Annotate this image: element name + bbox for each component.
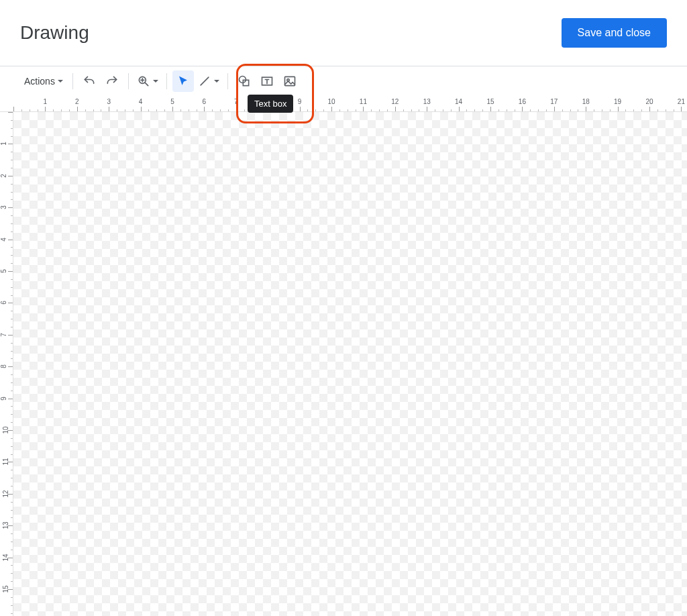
shape-icon [237, 74, 251, 88]
ruler-h-label: 5 [170, 98, 174, 105]
ruler-v-label: 6 [0, 301, 7, 305]
ruler-vertical[interactable]: 123456789101112131415 [0, 112, 13, 616]
svg-rect-8 [284, 76, 295, 85]
ruler-h-label: 3 [107, 98, 111, 105]
ruler-h-label: 20 [645, 98, 653, 105]
ruler-h-label: 12 [391, 98, 399, 105]
toolbar-separator [166, 73, 167, 89]
ruler-h-label: 1 [44, 98, 48, 105]
shape-tool-button[interactable] [233, 70, 255, 92]
actions-menu-label: Actions [24, 76, 55, 87]
ruler-h-label: 6 [203, 98, 207, 105]
toolbar: Actions Text box [0, 66, 687, 96]
ruler-corner [0, 96, 13, 112]
redo-icon [105, 74, 119, 88]
toolbar-separator [227, 73, 228, 89]
ruler-h-label: 10 [327, 98, 335, 105]
ruler-h-label: 7 [234, 98, 238, 105]
undo-button[interactable] [78, 70, 100, 92]
ruler-h-label: 17 [550, 98, 558, 105]
ruler-v-label: 5 [0, 269, 7, 273]
redo-button[interactable] [101, 70, 123, 92]
ruler-h-label: 18 [582, 98, 590, 105]
drawing-canvas[interactable] [13, 112, 687, 616]
ruler-v-label: 1 [0, 142, 7, 146]
svg-line-4 [201, 77, 209, 85]
ruler-h-label: 13 [423, 98, 431, 105]
ruler-v-label: 9 [0, 397, 7, 401]
ruler-h-label: 15 [486, 98, 494, 105]
text-box-icon [260, 74, 274, 88]
select-tool-button[interactable] [172, 70, 194, 92]
svg-line-1 [145, 83, 148, 86]
caret-down-icon [214, 80, 219, 83]
image-tool-button[interactable] [279, 70, 301, 92]
line-icon [198, 74, 211, 88]
tooltip-text: Text box [254, 99, 286, 109]
workspace: 123456789101112131415161718192021 123456… [0, 96, 687, 616]
dialog-title: Drawing [20, 22, 89, 44]
ruler-h-label: 9 [298, 98, 302, 105]
ruler-h-label: 2 [75, 98, 79, 105]
save-and-close-button[interactable]: Save and close [562, 18, 667, 48]
zoom-button[interactable] [134, 70, 161, 92]
toolbar-separator [72, 73, 73, 89]
toolbar-separator [128, 73, 129, 89]
ruler-h-label: 19 [614, 98, 621, 105]
ruler-v-label: 8 [0, 364, 7, 368]
ruler-v-label: 7 [0, 333, 7, 337]
ruler-h-label: 16 [519, 98, 526, 105]
caret-down-icon [153, 80, 158, 83]
caret-down-icon [58, 80, 63, 83]
line-tool-button[interactable] [195, 70, 222, 92]
ruler-v-label: 4 [0, 238, 7, 242]
text-box-tool-button[interactable] [256, 70, 278, 92]
actions-menu-button[interactable]: Actions [20, 70, 67, 92]
ruler-v-label: 2 [0, 174, 7, 178]
image-icon [283, 74, 297, 88]
ruler-horizontal[interactable]: 123456789101112131415161718192021 [13, 96, 687, 112]
ruler-h-label: 11 [360, 98, 367, 105]
ruler-h-label: 4 [139, 98, 143, 105]
ruler-h-label: 14 [455, 98, 462, 105]
cursor-icon [177, 75, 189, 87]
dialog-header: Drawing Save and close [0, 0, 687, 66]
zoom-icon [137, 74, 150, 88]
tooltip: Text box [248, 95, 293, 113]
ruler-v-label: 3 [0, 205, 7, 209]
undo-icon [83, 74, 96, 88]
ruler-h-label: 21 [678, 98, 685, 105]
